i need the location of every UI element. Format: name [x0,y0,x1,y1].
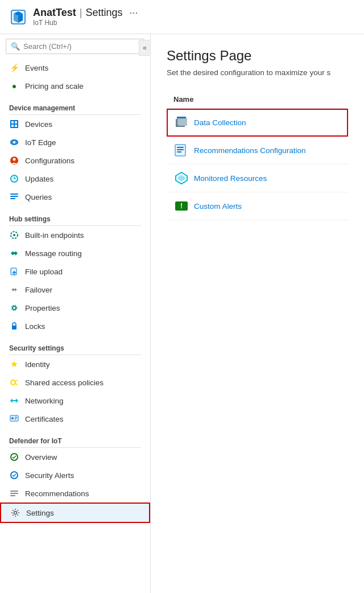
settings-icon [10,508,20,518]
resource-name: AnatTest [33,7,76,19]
failover-icon [9,285,19,295]
page-description: Set the desired configuration to maximiz… [167,68,348,77]
sidebar: 🔍 « ⚡ Events ● Pricing and scale Device … [0,34,151,593]
table-column-name: Name [167,90,348,109]
sidebar-item-queries[interactable]: Queries [0,188,150,206]
svg-rect-34 [10,495,15,496]
built-in-endpoints-icon [9,230,19,240]
data-collection-link[interactable]: Data Collection [194,118,246,127]
table-cell-name: Data Collection [167,109,348,137]
recommendations-config-icon [173,142,189,158]
search-box[interactable]: 🔍 [6,39,144,54]
sidebar-item-shared-access[interactable]: Shared access policies [0,373,150,392]
svg-rect-13 [10,196,18,197]
svg-rect-14 [10,198,15,199]
sidebar-item-events[interactable]: ⚡ Events [0,59,150,77]
more-options-icon[interactable]: ··· [129,7,138,19]
svg-rect-4 [11,125,14,127]
table-row[interactable]: Data Collection [167,109,348,137]
resource-type: IoT Hub [33,19,138,27]
sidebar-item-updates[interactable]: Updates [0,170,150,188]
shared-access-icon [9,377,19,388]
sidebar-item-iot-edge[interactable]: IoT Edge [0,133,150,151]
svg-point-22 [11,380,15,385]
recommendations-config-link[interactable]: Recommendations Configuration [194,146,306,155]
message-routing-icon [9,248,19,258]
table-row[interactable]: ! Custom Alerts [167,192,348,220]
updates-icon [9,174,19,184]
svg-rect-5 [15,125,17,127]
svg-rect-12 [10,193,18,195]
svg-rect-3 [15,121,17,123]
section-label-defender: Defender for IoT [0,430,150,447]
sidebar-item-failover[interactable]: Failover [0,281,150,299]
identity-icon [9,359,19,369]
svg-rect-2 [11,121,14,123]
sidebar-item-label: Settings [26,509,54,517]
sidebar-item-label: Message routing [25,249,82,258]
sidebar-item-label: Configurations [25,157,75,165]
section-label-device-management: Device management [0,97,150,114]
sidebar-item-label: Identity [25,360,50,369]
table-row[interactable]: Recommendations Configuration [167,137,348,164]
sidebar-item-label: Locks [25,322,45,331]
sidebar-item-label: Events [25,64,48,72]
sidebar-item-pricing[interactable]: ● Pricing and scale [0,77,150,95]
data-collection-icon [173,114,189,130]
custom-alerts-icon: ! [173,198,189,214]
sidebar-item-built-in-endpoints[interactable]: Built-in endpoints [0,226,150,244]
sidebar-item-label: Queries [25,193,52,201]
sidebar-item-label: Properties [25,304,60,312]
sidebar-item-identity[interactable]: Identity [0,355,150,373]
monitored-resources-link[interactable]: Monitored Resources [194,174,267,183]
sidebar-item-label: Certificates [25,415,64,423]
svg-rect-39 [177,117,186,118]
sidebar-item-security-alerts[interactable]: Security Alerts [0,466,150,484]
pricing-icon: ● [9,81,19,91]
properties-icon [9,303,19,313]
svg-rect-42 [177,149,184,150]
header-text: AnatTest | Settings ··· IoT Hub [33,7,138,27]
overview-icon [9,452,19,462]
sidebar-item-recommendations[interactable]: Recommendations [0,484,150,503]
svg-line-24 [15,384,18,385]
svg-rect-41 [177,147,184,148]
sidebar-item-label: Security Alerts [25,471,74,480]
sidebar-item-locks[interactable]: Locks [0,317,150,335]
table-row[interactable]: Monitored Resources [167,164,348,192]
sidebar-item-label: Updates [25,175,53,183]
locks-icon [9,321,19,331]
svg-point-26 [11,417,14,419]
svg-marker-45 [178,175,185,182]
svg-point-10 [13,158,16,161]
collapse-sidebar-button[interactable]: « [139,40,150,56]
settings-table: Name [167,90,348,220]
sidebar-item-certificates[interactable]: Certificates [0,410,150,428]
sidebar-item-settings[interactable]: Settings [0,503,150,523]
sidebar-item-networking[interactable]: Networking [0,392,150,410]
custom-alerts-link[interactable]: Custom Alerts [194,202,242,211]
app-icon [9,8,27,26]
queries-icon [9,192,19,202]
header-separator: | [80,7,82,19]
svg-rect-21 [12,326,16,330]
sidebar-item-devices[interactable]: Devices [0,115,150,133]
search-input[interactable] [23,42,139,51]
devices-icon [9,119,19,129]
table-cell-name: Monitored Resources [167,164,348,192]
svg-rect-43 [177,151,181,153]
table-cell-name: ! Custom Alerts [167,192,348,220]
header: AnatTest | Settings ··· IoT Hub [0,0,364,34]
sidebar-item-message-routing[interactable]: Message routing [0,244,150,262]
svg-point-19 [13,306,16,310]
sidebar-item-label: File upload [25,267,63,276]
sidebar-item-overview[interactable]: Overview [0,448,150,466]
sidebar-item-properties[interactable]: Properties [0,299,150,317]
sidebar-item-configurations[interactable]: Configurations [0,151,150,170]
sidebar-item-label: Shared access policies [25,378,104,387]
configurations-icon [9,155,19,166]
sidebar-item-label: Networking [25,397,64,405]
sidebar-item-label: Pricing and scale [25,82,84,90]
security-alerts-icon [9,470,19,480]
sidebar-item-file-upload[interactable]: File upload [0,262,150,281]
